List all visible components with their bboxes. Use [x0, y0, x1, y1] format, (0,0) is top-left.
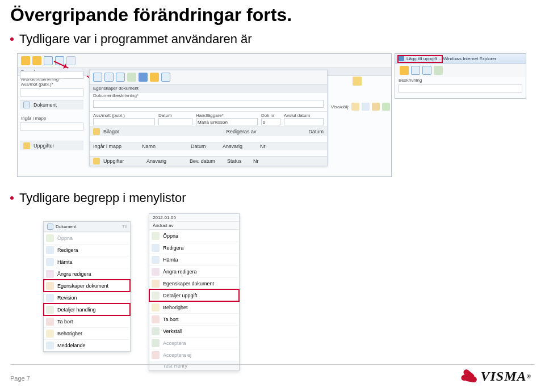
edit-icon: [152, 244, 160, 252]
folder-desc-input: [20, 71, 83, 79]
nr2-label: Nr: [253, 158, 259, 164]
menu-item[interactable]: Meddelande: [44, 339, 130, 351]
menu-item-label: Egenskaper dokument: [163, 281, 214, 286]
context-menu-right: 2012-01-05 Ändrad av ÖppnaRedigeraHämtaÅ…: [149, 213, 240, 371]
menu-item[interactable]: Redigera: [149, 242, 239, 254]
menu-item-label: Hämta: [163, 257, 178, 263]
menu-item-label: Ta bort: [163, 317, 179, 322]
new-doc-icon: [93, 73, 102, 82]
delete-icon: [46, 318, 54, 326]
document-icon: [47, 224, 53, 230]
ansvarig-label: Ansvarig: [223, 144, 257, 149]
visa-dolj-label: Visa/dölj:: [331, 104, 349, 109]
menu-item-label: Behörighet: [163, 305, 188, 310]
slide-title: Övergripande förändringar forts.: [10, 5, 292, 26]
menu-right-header: 2012-01-05: [149, 214, 239, 222]
menu-item[interactable]: Ta bort: [44, 315, 130, 327]
menu-left-header: Dokument Til: [44, 222, 130, 232]
attachment-icon: [93, 128, 100, 135]
menu-item[interactable]: Behörighet: [44, 327, 130, 339]
menu-item-label: Öppna: [163, 233, 178, 239]
menu-item[interactable]: Detaljer handling: [44, 304, 130, 315]
sidebar-uppgifter-label: Uppgifter: [33, 143, 54, 149]
uppgifter-label: Uppgifter: [103, 158, 143, 164]
menu-item-label: Ångra redigera: [57, 271, 91, 277]
left-sidebar: Avs/mot (publ.)* Dokument Ingår i mapp U…: [18, 70, 86, 150]
acc-icon: [152, 339, 160, 347]
sidebar-ingar-input: [20, 123, 83, 130]
menu-item-label: Acceptera ej: [163, 352, 191, 358]
delete-icon: [152, 315, 160, 323]
accno-icon: [152, 351, 160, 359]
menu-item[interactable]: Ångra redigera: [44, 268, 130, 280]
bilagor-label: Bilagor: [103, 129, 119, 134]
ansvarig2-label: Ansvarig: [146, 158, 186, 164]
folder-icon: [150, 73, 159, 82]
open-icon: [46, 234, 54, 242]
toggle-doc-icon: [362, 103, 370, 111]
menu-item[interactable]: Egenskaper dokument: [44, 280, 130, 292]
menu-item[interactable]: Redigera: [44, 244, 130, 256]
status-label: Status: [227, 158, 250, 164]
verk-icon: [152, 327, 160, 335]
menu-item[interactable]: Detaljer uppgift: [149, 289, 239, 301]
down-icon: [152, 256, 160, 264]
bullet-2-text: Tydligare begrepp i menylistor: [19, 191, 186, 205]
copy-icon: [434, 66, 443, 75]
field-avsmott-input: [93, 118, 155, 125]
datum3-label: Datum: [191, 144, 219, 149]
context-menu-left: Dokument Til ÖppnaRedigeraHämtaÅngra red…: [43, 221, 131, 352]
edit-icon: [46, 246, 54, 254]
lock-icon: [353, 77, 362, 86]
menu-item[interactable]: Öppna: [44, 232, 130, 244]
detail-icon: [46, 306, 54, 314]
menu-item[interactable]: Acceptera: [149, 337, 239, 349]
menu-item[interactable]: Egenskaper dokument: [149, 277, 239, 289]
doc-ribbon: [90, 70, 327, 84]
sidebar-dokument-label: Dokument: [33, 102, 57, 108]
menu-left-col-til: Til: [122, 224, 127, 229]
field-datum-input: [158, 118, 192, 125]
new-doc-icon: [104, 73, 114, 82]
section-doc-label: Egenskaper dokument: [90, 84, 327, 92]
menu-item-label: Detaljer handling: [57, 307, 96, 313]
open-icon: [152, 232, 160, 240]
document-icon: [23, 102, 30, 108]
menu-item[interactable]: Revision: [44, 292, 130, 304]
menu-item-label: Redigera: [163, 245, 184, 251]
mail-icon: [66, 56, 76, 65]
app-screenshot-main: Egenskaper mapp Ärendebeskrivning* Avs/m…: [17, 53, 392, 177]
field-avslut-label: Avslut datum: [284, 113, 324, 118]
toggle-task-icon: [372, 103, 380, 111]
menu-item[interactable]: Behörighet: [149, 301, 239, 313]
menu-item-label: Ångra redigera: [163, 269, 197, 275]
bullet-1-text: Tydligare var i programmet användaren är: [19, 32, 252, 47]
menu-item[interactable]: Ångra redigera: [149, 265, 239, 277]
doc-icon: [411, 66, 420, 75]
field-handlaggare-input: Maria Eriksson: [196, 118, 258, 125]
menu-item[interactable]: Verkställ: [149, 325, 239, 337]
bevdatum-label: Bev. datum: [190, 158, 224, 164]
sidebar-avsmot-label: Avs/mot (publ.)*: [18, 81, 86, 87]
menu-right-changedby: Ändrad av: [153, 223, 173, 228]
perm-icon: [152, 304, 160, 311]
menu-item-label: Detaljer uppgift: [163, 293, 198, 298]
prop-icon: [152, 280, 160, 288]
field-handlaggare-label: Handläggare*: [196, 113, 258, 118]
menu-item-label: Hämta: [57, 259, 73, 265]
menu-right-header2: Ändrad av: [149, 222, 239, 230]
menu-item[interactable]: Öppna: [149, 230, 239, 242]
menu-item[interactable]: Acceptera ej: [149, 349, 239, 361]
bullet-dot-icon: [10, 196, 14, 200]
perm-icon: [46, 330, 54, 338]
menu-item[interactable]: Hämta: [149, 254, 239, 265]
menu-item[interactable]: Ta bort: [149, 313, 239, 325]
menu-item[interactable]: Hämta: [44, 256, 130, 268]
field-doknr-label: Dok nr: [261, 113, 280, 118]
namn-label: Namn: [142, 144, 187, 149]
detail-icon: [152, 292, 160, 300]
prop-icon: [46, 282, 54, 290]
ie-popup: Lägg till uppgift - Windows Internet Exp…: [395, 53, 526, 99]
menu-left-header-text: Dokument: [56, 224, 76, 229]
menu-item-label: Behörighet: [57, 331, 82, 336]
